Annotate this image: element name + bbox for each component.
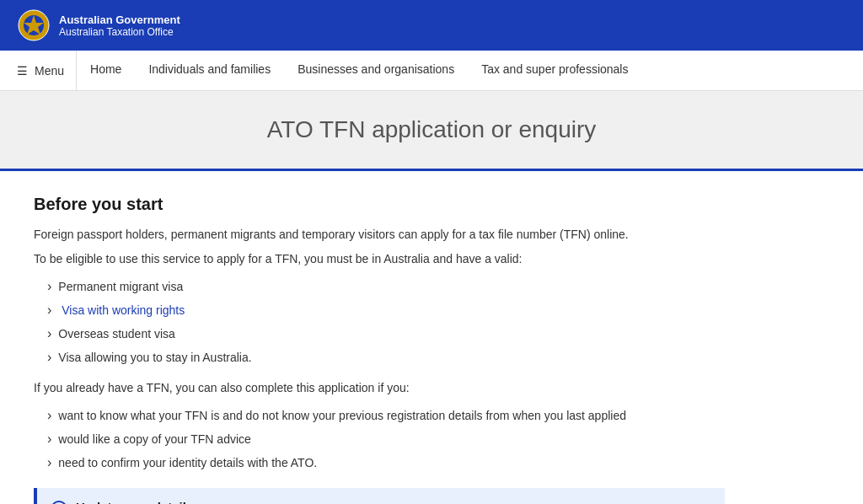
list-item: Overseas student visa bbox=[47, 322, 725, 346]
dept-name: Australian Taxation Office bbox=[59, 26, 180, 38]
list-item: want to know what your TFN is and do not… bbox=[47, 404, 725, 427]
government-header: Australian Government Australian Taxatio… bbox=[0, 0, 863, 51]
info-icon: i bbox=[51, 501, 67, 504]
list-item: would like a copy of your TFN advice bbox=[47, 427, 725, 451]
nav-item-businesses[interactable]: Businesses and organisations bbox=[284, 51, 468, 90]
list-item: Visa allowing you to stay in Australia. bbox=[47, 346, 725, 369]
nav-item-home[interactable]: Home bbox=[77, 51, 135, 90]
visa-working-rights-link[interactable]: Visa with working rights bbox=[62, 303, 185, 317]
nav-bar: ☰ Menu Home Individuals and families Bus… bbox=[0, 51, 863, 91]
if-already-text: If you already have a TFN, you can also … bbox=[34, 379, 725, 397]
intro-line-1: Foreign passport holders, permanent migr… bbox=[34, 226, 725, 244]
before-start-heading: Before you start bbox=[34, 195, 725, 214]
nav-item-individuals[interactable]: Individuals and families bbox=[135, 51, 284, 90]
list-item: need to confirm your identity details wi… bbox=[47, 451, 725, 475]
visa-list: Permanent migrant visa Visa with working… bbox=[47, 275, 725, 369]
info-box-title: Update your details bbox=[76, 500, 381, 504]
list-item: Visa with working rights bbox=[47, 298, 725, 322]
info-box-body: Update your details If you know your TFN… bbox=[76, 500, 381, 504]
already-list: want to know what your TFN is and do not… bbox=[47, 404, 725, 475]
menu-label: Menu bbox=[35, 64, 64, 78]
intro-line-2: To be eligible to use this service to ap… bbox=[34, 250, 725, 268]
main-content: Before you start Foreign passport holder… bbox=[0, 171, 758, 504]
logo: Australian Government Australian Taxatio… bbox=[17, 8, 180, 42]
gov-titles: Australian Government Australian Taxatio… bbox=[59, 13, 180, 38]
update-details-info-box: i Update your details If you know your T… bbox=[34, 488, 725, 504]
gov-name: Australian Government bbox=[59, 13, 180, 26]
nav-items: Home Individuals and families Businesses… bbox=[77, 51, 641, 90]
hero-banner: ATO TFN application or enquiry bbox=[0, 91, 863, 171]
page-title: ATO TFN application or enquiry bbox=[17, 116, 846, 143]
menu-button[interactable]: ☰ Menu bbox=[8, 51, 77, 90]
hamburger-icon: ☰ bbox=[17, 64, 28, 78]
list-item: Permanent migrant visa bbox=[47, 275, 725, 298]
coat-of-arms-icon bbox=[17, 8, 51, 42]
nav-item-tax-professionals[interactable]: Tax and super professionals bbox=[468, 51, 641, 90]
